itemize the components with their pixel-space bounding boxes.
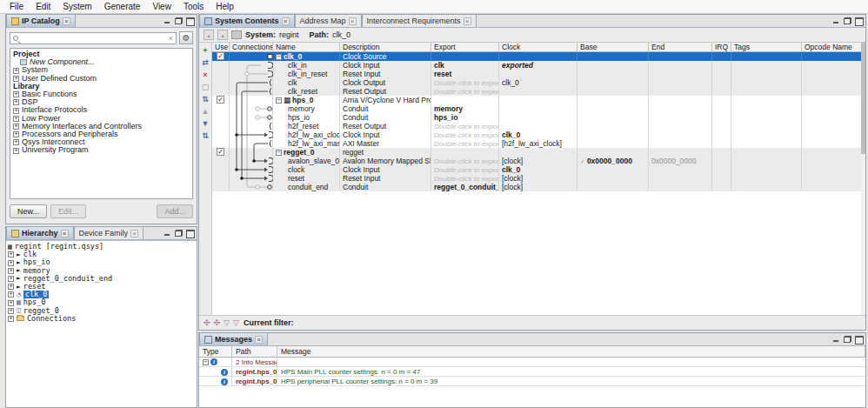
clock-cell[interactable]: [clock]	[499, 174, 578, 183]
expand-icon[interactable]: +	[13, 139, 19, 145]
base-cell[interactable]	[578, 113, 649, 122]
base-cell[interactable]: ✓0x0000_0000	[578, 157, 649, 165]
use-checkbox[interactable]: ✓	[217, 148, 224, 156]
export-cell[interactable]: regget_0_conduit_e...	[431, 183, 499, 191]
menu-item-file[interactable]: File	[3, 1, 30, 12]
export-cell[interactable]: Double-click to export	[431, 78, 499, 87]
column-header-irq[interactable]: IRQ	[712, 43, 731, 51]
clock-cell[interactable]	[499, 113, 578, 122]
clock-cell[interactable]: clk_0	[499, 165, 578, 174]
base-cell[interactable]	[578, 148, 649, 157]
base-cell[interactable]	[578, 174, 649, 183]
table-row[interactable]: clk_inClock Inputclkexported	[212, 61, 865, 70]
tree-item[interactable]: +University Program	[13, 146, 190, 154]
table-row[interactable]: clk_in_resetReset Inputreset	[212, 70, 865, 78]
menu-item-system[interactable]: System	[57, 1, 97, 12]
expand-icon[interactable]: +	[13, 148, 19, 154]
base-cell[interactable]	[578, 130, 649, 139]
expand-icon[interactable]: +	[8, 260, 14, 266]
table-row[interactable]: avalon_slave_0Avalon Memory Mapped Slave…	[212, 157, 865, 165]
tab-interconnect-requirements[interactable]: Interconnect Requirements ×	[362, 14, 477, 27]
clock-cell[interactable]	[499, 122, 578, 130]
expand-icon[interactable]: +	[13, 124, 19, 130]
expand-icon[interactable]: +	[13, 116, 19, 122]
expand-icon[interactable]: +	[13, 91, 19, 97]
collapse-icon[interactable]: −	[276, 150, 282, 156]
remove-icon[interactable]: ×	[200, 70, 210, 80]
maximize-icon[interactable]	[855, 17, 863, 24]
clock-cell[interactable]	[499, 70, 578, 78]
float-icon[interactable]	[844, 17, 851, 24]
base-cell[interactable]	[578, 70, 649, 78]
edit-button[interactable]: Edit...	[50, 204, 86, 218]
expand-icon[interactable]: +	[8, 291, 14, 298]
expand-icon[interactable]: +	[13, 68, 19, 74]
menu-item-generate[interactable]: Generate	[98, 1, 147, 12]
minimize-icon[interactable]	[164, 17, 171, 24]
menu-item-edit[interactable]: Edit	[30, 1, 57, 12]
maximize-icon[interactable]	[855, 336, 863, 343]
add-button[interactable]: Add...	[157, 204, 193, 218]
column-header-opcode-name[interactable]: Opcode Name	[802, 43, 862, 51]
export-cell[interactable]: Double-click to export	[431, 139, 499, 148]
clock-cell[interactable]: clk_0	[499, 78, 578, 87]
clear-search-icon[interactable]: ×	[169, 34, 173, 43]
add-connection-icon[interactable]: ⇄	[200, 58, 210, 68]
clock-cell[interactable]	[499, 104, 578, 113]
filter-icon[interactable]: ▽	[224, 318, 230, 327]
table-row[interactable]: h2f_lw_axi_clockClock InputDouble-click …	[212, 130, 865, 139]
edit-icon[interactable]: ▢	[200, 83, 210, 92]
table-row[interactable]: hps_ioConduithps_io	[212, 113, 865, 122]
column-header-name[interactable]: Name	[273, 43, 340, 51]
table-row[interactable]: ✓−regget_0regget	[212, 148, 865, 157]
clock-cell[interactable]	[499, 87, 578, 96]
base-cell[interactable]	[578, 139, 649, 148]
add-component-icon[interactable]: +	[200, 46, 210, 56]
scrollbar-thumb[interactable]	[861, 43, 865, 154]
expand-icon[interactable]: +	[8, 300, 14, 306]
clock-cell[interactable]	[499, 52, 578, 61]
expand-icon[interactable]: +	[8, 268, 14, 274]
export-cell[interactable]	[431, 52, 499, 61]
close-icon[interactable]: ×	[130, 230, 138, 237]
base-cell[interactable]	[578, 122, 649, 130]
clock-cell[interactable]	[499, 96, 578, 104]
menu-item-view[interactable]: View	[146, 1, 177, 12]
table-row[interactable]: conduit_endConduitregget_0_conduit_e...[…	[212, 183, 865, 191]
table-row[interactable]: clkClock OutputDouble-click to exportclk…	[212, 78, 865, 87]
tree-item[interactable]: +Basic Functions	[13, 90, 190, 98]
menu-item-tools[interactable]: Tools	[177, 1, 210, 12]
export-cell[interactable]: Double-click to export	[431, 157, 499, 165]
move-top-icon[interactable]: ⇅	[200, 95, 210, 104]
export-cell[interactable]	[431, 148, 499, 157]
expand-icon[interactable]: +	[13, 76, 19, 82]
base-cell[interactable]	[578, 78, 649, 87]
expand-all-icon[interactable]: ✣	[204, 318, 210, 327]
column-header-base[interactable]: Base	[578, 43, 649, 51]
column-header-description[interactable]: Description	[340, 43, 431, 51]
expand-icon[interactable]: +	[8, 284, 14, 290]
table-row[interactable]: resetReset InputDouble-click to export[c…	[212, 174, 865, 183]
base-cell[interactable]	[578, 104, 649, 113]
close-icon[interactable]: ×	[255, 336, 263, 344]
nav-up-button[interactable]: ▴	[217, 30, 228, 40]
table-row[interactable]: clk_resetReset OutputDouble-click to exp…	[212, 87, 865, 96]
clear-filter-icon[interactable]: ▽	[233, 318, 239, 327]
menu-item-help[interactable]: Help	[210, 1, 240, 12]
expand-icon[interactable]: +	[8, 316, 14, 322]
expand-icon[interactable]: +	[8, 251, 14, 258]
tab-device-family[interactable]: Device Family ×	[74, 226, 144, 239]
column-header-connections[interactable]: Connections	[230, 43, 273, 51]
expand-icon[interactable]: +	[13, 131, 19, 137]
tab-messages[interactable]: Messages ×	[199, 332, 268, 345]
messages-column-message[interactable]: Message	[277, 346, 865, 357]
clock-cell[interactable]: [clock]	[499, 183, 578, 191]
table-row[interactable]: h2f_lw_axi_masterAXI MasterDouble-click …	[212, 139, 865, 148]
table-row[interactable]: h2f_resetReset OutputDouble-click to exp…	[212, 122, 865, 130]
messages-group-row[interactable]: −i2 Info Messages	[199, 358, 865, 367]
table-row[interactable]: ✓−▦hps_0Arria V/Cyclone V Hard Process..…	[212, 96, 865, 104]
tab-hierarchy[interactable]: Hierarchy ×	[6, 226, 74, 239]
gear-icon[interactable]: ⚙	[179, 31, 193, 44]
base-cell[interactable]	[578, 96, 649, 104]
maximize-icon[interactable]	[186, 230, 194, 237]
